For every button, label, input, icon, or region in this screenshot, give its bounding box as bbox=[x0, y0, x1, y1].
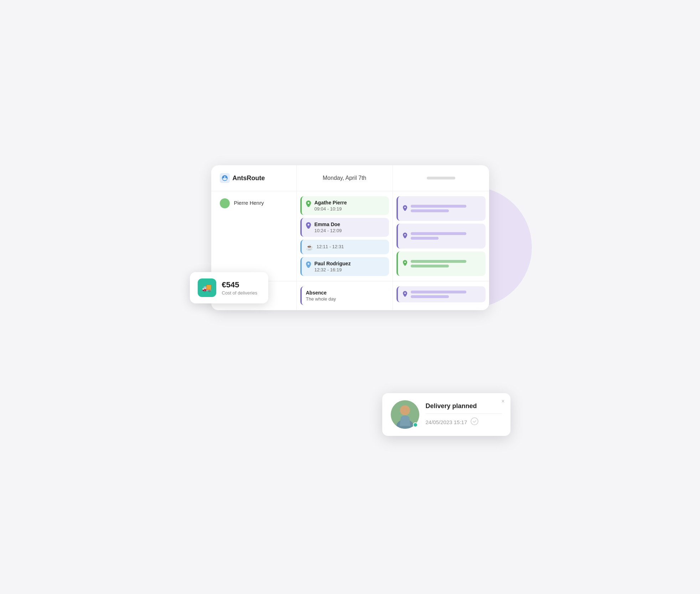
task-name-paul: Paul Rodriguez bbox=[315, 261, 385, 266]
task-paul[interactable]: Paul Rodriguez 12:32 - 16:19 bbox=[300, 257, 389, 276]
close-button[interactable]: × bbox=[501, 398, 504, 405]
driver-avatar-pierre bbox=[220, 198, 230, 208]
absence-title: Absence bbox=[306, 290, 385, 296]
check-icon bbox=[471, 417, 478, 427]
detail-bar-bottom-1 bbox=[411, 209, 449, 212]
detail-bars-1 bbox=[411, 205, 481, 212]
cost-label: Cost of deliveries bbox=[222, 290, 258, 296]
pin-icon-emma bbox=[306, 222, 311, 230]
detail-bar-bottom-3 bbox=[411, 265, 449, 267]
task-content-break: 12:11 - 12:31 bbox=[317, 243, 385, 249]
tasks-ganesh: Absence The whole day bbox=[297, 281, 393, 310]
cost-info: €545 Cost of deliveries bbox=[222, 280, 258, 296]
absence-content: Absence The whole day bbox=[306, 290, 385, 302]
detail-bar-top-1 bbox=[411, 205, 467, 208]
delivery-date-row: 24/05/2023 15:17 bbox=[426, 417, 502, 427]
task-name-emma: Emma Doe bbox=[315, 222, 385, 227]
detail-pin-icon-1 bbox=[403, 205, 407, 212]
pin-icon-agathe bbox=[306, 200, 311, 208]
antsroute-logo-icon bbox=[220, 173, 230, 183]
delivery-avatar-wrap bbox=[391, 400, 419, 429]
absence-card[interactable]: Absence The whole day bbox=[300, 286, 389, 305]
delivery-info: Delivery planned 24/05/2023 15:17 bbox=[426, 402, 502, 427]
logo-text: AntsRoute bbox=[233, 174, 265, 182]
header-col3 bbox=[393, 165, 489, 191]
details-ganesh bbox=[393, 281, 489, 310]
driver-pierre: Pierre Henry bbox=[211, 191, 297, 281]
cost-card: 🚚 €545 Cost of deliveries bbox=[190, 272, 268, 303]
detail-bar-bottom-ganesh bbox=[411, 295, 449, 298]
details-pierre bbox=[393, 191, 489, 281]
detail-bar-bottom-2 bbox=[411, 237, 439, 240]
task-content-emma: Emma Doe 10:24 - 12:09 bbox=[315, 222, 385, 233]
detail-pin-icon-2 bbox=[403, 233, 407, 240]
task-content-paul: Paul Rodriguez 12:32 - 16:19 bbox=[315, 261, 385, 272]
task-time-paul: 12:32 - 16:19 bbox=[315, 267, 385, 272]
delivery-title: Delivery planned bbox=[426, 402, 502, 410]
svg-rect-0 bbox=[220, 173, 230, 183]
task-content-agathe: Agathe Pierre 09:04 - 10:19 bbox=[315, 200, 385, 212]
truck-icon: 🚚 bbox=[202, 283, 212, 292]
detail-bars-ganesh bbox=[411, 291, 481, 298]
tasks-pierre: Agathe Pierre 09:04 - 10:19 Emma Doe 10:… bbox=[297, 191, 393, 281]
task-agathe[interactable]: Agathe Pierre 09:04 - 10:19 bbox=[300, 196, 389, 215]
detail-card-ganesh[interactable] bbox=[396, 286, 486, 302]
detail-card-2[interactable] bbox=[396, 224, 486, 248]
header-date: Monday, April 7th bbox=[297, 165, 393, 191]
delivery-divider bbox=[426, 413, 502, 414]
absence-subtitle: The whole day bbox=[306, 296, 385, 302]
detail-bar-top-ganesh bbox=[411, 291, 467, 293]
logo-area: AntsRoute bbox=[211, 165, 297, 191]
absence-inner: Absence The whole day bbox=[302, 286, 389, 305]
task-time-agathe: 09:04 - 10:19 bbox=[315, 206, 385, 212]
cost-amount: €545 bbox=[222, 280, 258, 290]
detail-card-1[interactable] bbox=[396, 196, 486, 221]
task-time-break: 12:11 - 12:31 bbox=[317, 244, 385, 249]
detail-card-3[interactable] bbox=[396, 251, 486, 276]
detail-pin-icon-ganesh bbox=[403, 291, 407, 298]
schedule-row-pierre: Pierre Henry Agathe Pierre 09:04 - 10:19 bbox=[211, 191, 489, 281]
task-name-agathe: Agathe Pierre bbox=[315, 200, 385, 205]
schedule-header: AntsRoute Monday, April 7th bbox=[211, 165, 489, 191]
delivery-date: 24/05/2023 15:17 bbox=[426, 419, 467, 425]
driver-name-pierre: Pierre Henry bbox=[234, 198, 264, 206]
detail-bars-2 bbox=[411, 232, 481, 240]
detail-bar-top-2 bbox=[411, 232, 467, 235]
pin-icon-paul bbox=[306, 261, 311, 269]
task-break[interactable]: ☕ 12:11 - 12:31 bbox=[300, 240, 389, 254]
coffee-icon: ☕ bbox=[306, 244, 313, 251]
svg-point-2 bbox=[400, 405, 410, 415]
detail-bars-3 bbox=[411, 260, 481, 267]
svg-point-4 bbox=[471, 418, 478, 425]
header-placeholder-bar bbox=[427, 177, 455, 179]
delivery-card: × Delivery planned 24/05/2023 15:17 bbox=[382, 393, 510, 436]
online-status-dot bbox=[413, 422, 418, 427]
detail-pin-icon-3 bbox=[403, 260, 407, 267]
task-time-emma: 10:24 - 12:09 bbox=[315, 228, 385, 233]
cost-icon-wrap: 🚚 bbox=[198, 278, 216, 297]
task-emma[interactable]: Emma Doe 10:24 - 12:09 bbox=[300, 218, 389, 237]
detail-bar-top-3 bbox=[411, 260, 467, 263]
